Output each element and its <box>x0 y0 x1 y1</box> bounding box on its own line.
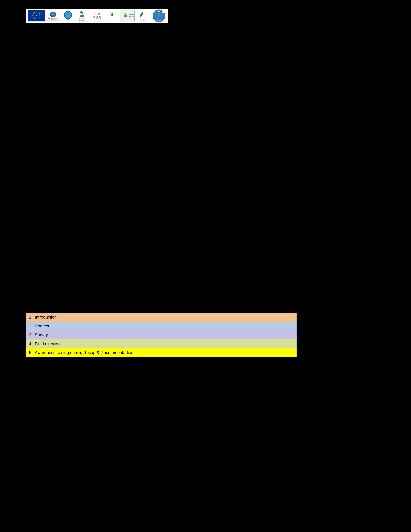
gef-logo: gef <box>62 10 74 21</box>
fao-logo: F A O FIAT PANIS <box>152 10 166 21</box>
svg-text:Rotterdam: Rotterdam <box>129 14 134 15</box>
agenda-text-4: Field exercise <box>35 341 61 346</box>
agenda-text-5: Awareness raising (intro), Recap & Recom… <box>35 350 136 355</box>
svg-point-24 <box>81 13 83 15</box>
kompas-logo: UNITE KOMPAS INITIATIVE <box>105 10 119 21</box>
svg-text:★: ★ <box>39 13 40 14</box>
svg-text:O: O <box>162 11 164 13</box>
agenda-text-1: Introduction <box>35 315 57 320</box>
svg-text:★: ★ <box>36 11 37 13</box>
svg-text:★: ★ <box>33 13 34 14</box>
svg-text:A: A <box>158 10 160 12</box>
svg-text:F: F <box>154 11 155 13</box>
pan-uk-logo: PESTICIDE ACTION NETWORK UK <box>136 10 150 21</box>
blacksmith-institute-logo: BLACKSMITH INSTITUTE <box>46 10 60 21</box>
agenda-number-4: 4. <box>29 341 33 346</box>
agenda-item-2: 2. Context <box>26 322 297 331</box>
svg-text:FIAT PANIS: FIAT PANIS <box>156 20 161 21</box>
svg-text:★: ★ <box>34 11 35 13</box>
svg-text:★: ★ <box>37 11 39 13</box>
agenda-item-3: 3. Survey <box>26 331 297 339</box>
agenda-number-5: 5. <box>29 350 33 355</box>
svg-text:★: ★ <box>39 16 40 18</box>
svg-text:★: ★ <box>34 18 35 19</box>
svg-text:★: ★ <box>39 15 40 16</box>
agenda-number-3: 3. <box>29 332 33 337</box>
agenda-number-2: 2. <box>29 323 33 329</box>
svg-text:★: ★ <box>32 15 33 16</box>
svg-text:★: ★ <box>33 16 34 18</box>
svg-text:★: ★ <box>37 18 39 19</box>
ihpa-logo: IHPA 🌿 🌿 🌿 International HPA <box>90 10 104 21</box>
svg-text:★: ★ <box>36 18 37 20</box>
svg-text:Convention: Convention <box>129 16 134 17</box>
eu-flag-logo: ★ ★ ★ ★ ★ ★ ★ ★ ★ ★ ★ ★ ★ <box>28 10 45 21</box>
agenda-item-5: 5. Awareness raising (intro), Recap & Re… <box>26 348 297 357</box>
agenda-text-3: Survey <box>35 332 48 337</box>
agenda-text-2: Context <box>35 323 49 329</box>
agenda-container: 1. Introduction 2. Context 3. Survey 4. … <box>26 313 297 357</box>
agenda-item-4: 4. Field exercise <box>26 339 297 348</box>
agenda-item-1: 1. Introduction <box>26 313 297 322</box>
rotterdam-convention-logo: Rotterdam Convention <box>120 10 135 21</box>
svg-marker-26 <box>123 13 128 18</box>
green-cross-logo: GREENCROSS <box>75 10 89 21</box>
agenda-number-1: 1. <box>29 315 33 320</box>
svg-text:★: ★ <box>36 15 37 17</box>
header-logos-bar: ★ ★ ★ ★ ★ ★ ★ ★ ★ ★ ★ ★ ★ <box>26 9 168 23</box>
